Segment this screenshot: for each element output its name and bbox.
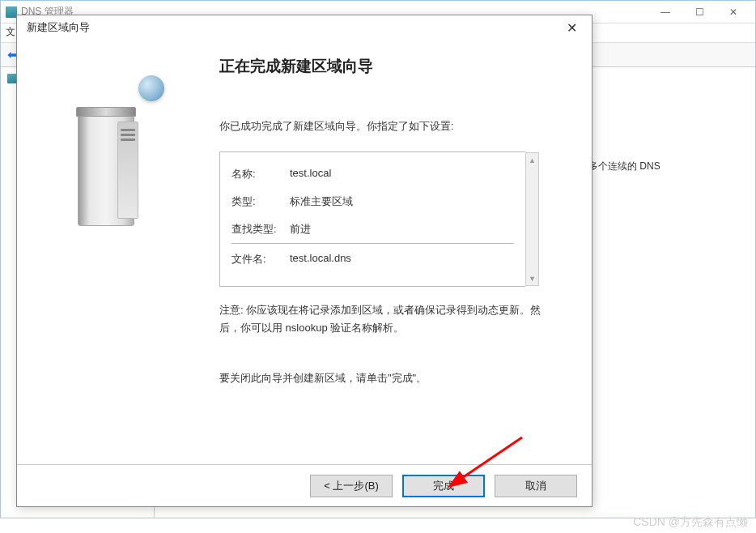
new-zone-wizard-dialog: 新建区域向导 ✕ 正在完成新建区域向导 你已成功完成了新建区域向导。你指定了如下… [16,15,592,507]
scroll-down-icon[interactable]: ▼ [526,271,538,285]
summary-label: 名称: [231,167,290,181]
dns-icon [6,6,17,18]
summary-label: 查找类型: [231,222,290,237]
back-button[interactable]: < 上一步(B) [310,475,393,497]
wizard-intro-text: 你已成功完成了新建区域向导。你指定了如下设置: [219,117,559,135]
summary-value: test.local.dns [290,252,514,266]
summary-scrollbar[interactable]: ▲ ▼ [525,152,539,286]
bg-menu-item[interactable]: 文 [6,26,15,37]
bg-maximize-button[interactable]: ☐ [682,2,716,22]
wizard-heading: 正在完成新建区域向导 [219,56,559,77]
summary-row-name: 名称: test.local [231,160,514,188]
summary-row-file: 文件名: test.local.dns [231,245,514,273]
server-graphic [66,80,155,226]
cancel-button[interactable]: 取消 [495,475,577,497]
summary-value: 前进 [290,222,514,237]
summary-row-type: 类型: 标准主要区域 [231,188,514,215]
wizard-title: 新建区域向导 [27,20,90,35]
scroll-up-icon[interactable]: ▲ [526,153,538,167]
globe-icon [138,75,164,101]
summary-box: 名称: test.local 类型: 标准主要区域 查找类型: 前进 文件名: … [219,151,525,287]
wizard-graphic-panel [17,48,203,464]
wizard-titlebar: 新建区域向导 ✕ [17,15,592,40]
summary-label: 文件名: [231,252,290,266]
wizard-close-button[interactable]: ✕ [558,17,585,38]
wizard-note-text: 注意: 你应该现在将记录添加到区域，或者确保记录得到动态更新。然后，你可以用 n… [219,301,559,337]
bg-description-text: 个或多个连续的 DNS [569,159,731,174]
wizard-content-panel: 正在完成新建区域向导 你已成功完成了新建区域向导。你指定了如下设置: 名称: t… [203,48,592,464]
summary-row-lookup: 查找类型: 前进 [231,215,514,244]
wizard-body: 正在完成新建区域向导 你已成功完成了新建区域向导。你指定了如下设置: 名称: t… [17,40,592,464]
watermark: CSDN @方先森有点懒 [633,515,748,530]
wizard-footer: < 上一步(B) 完成 取消 [17,464,592,506]
summary-value: test.local [290,167,514,181]
summary-value: 标准主要区域 [290,194,514,209]
wizard-close-instruction: 要关闭此向导并创建新区域，请单击"完成"。 [219,369,559,387]
bg-minimize-button[interactable]: — [648,2,682,22]
finish-button[interactable]: 完成 [402,475,485,497]
summary-label: 类型: [231,194,290,209]
bg-close-button[interactable]: ✕ [716,2,750,22]
